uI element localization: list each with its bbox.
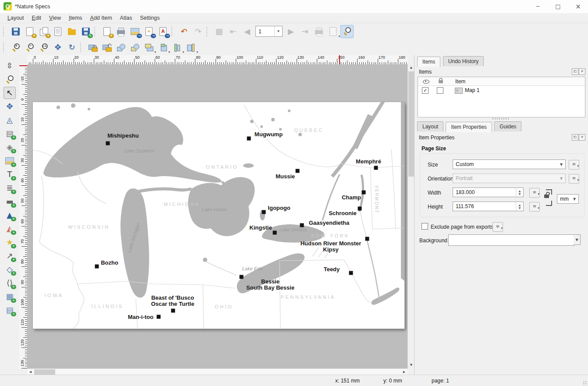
item-row-map1[interactable]: ✓ Map 1 — [418, 86, 585, 96]
resize-grip[interactable] — [583, 381, 587, 385]
select-all-items-button[interactable] — [114, 41, 128, 54]
add-picture-tool[interactable]: + — [4, 155, 16, 167]
map-item[interactable]: ONTARIOQUÉBECMICHIGANWISCONSINNEW YORKVE… — [33, 102, 404, 329]
add-scale-bar-tool[interactable]: ▬+ — [4, 195, 16, 208]
units-combo[interactable]: mm ▼ — [557, 194, 579, 204]
zoom-tool[interactable] — [4, 73, 16, 85]
load-template-button[interactable] — [65, 25, 78, 38]
width-spinbox[interactable]: 183.000 ▲▼ — [453, 188, 524, 197]
tab-undo-history[interactable]: Undo History — [443, 56, 484, 66]
close-panel-icon[interactable]: × — [579, 68, 585, 75]
resize-items-button[interactable]: ▾ — [184, 41, 198, 54]
move-item-content-tool[interactable]: ✥ — [4, 100, 16, 113]
background-color-swatch[interactable] — [448, 234, 574, 246]
menu-atlas[interactable]: Atlas — [116, 14, 136, 22]
export-image-button[interactable]: → — [128, 25, 142, 38]
zoom-in-button[interactable]: + — [9, 41, 22, 54]
atlas-last-feature-button[interactable]: ⇥ — [298, 25, 312, 38]
menu-add-item[interactable]: Add Item — [86, 14, 116, 22]
vertical-scrollbar-thumb[interactable] — [408, 71, 414, 177]
height-override-button[interactable]: ≡ — [529, 202, 540, 212]
export-svg-button[interactable]: ✶→ — [142, 25, 156, 38]
background-color-dropdown[interactable]: ▼ — [574, 234, 581, 245]
distribute-items-button[interactable]: ▾ — [170, 41, 184, 54]
new-layout-button[interactable]: ✦ — [23, 25, 36, 38]
layout-page[interactable]: ONTARIOQUÉBECMICHIGANWISCONSINNEW YORKVE… — [33, 102, 404, 329]
size-combo[interactable]: Custom ▼ — [453, 159, 566, 169]
raise-selected-items-button[interactable]: ▾ — [142, 41, 156, 54]
tab-item-properties[interactable]: Item Properties — [446, 122, 492, 132]
refresh-view-button[interactable]: ↻ — [65, 41, 78, 54]
menu-view[interactable]: View — [45, 14, 65, 22]
add-label-tool[interactable]: T+ — [4, 168, 16, 181]
layout-manager-button[interactable] — [51, 25, 64, 38]
menu-layout[interactable]: Layout — [4, 14, 28, 22]
add-north-arrow-tool[interactable]: ▲+ — [4, 209, 16, 221]
align-selected-items-button[interactable]: ▾ — [156, 41, 170, 54]
add-attribute-table-tool[interactable]: ▦+ — [4, 290, 16, 303]
menu-settings[interactable]: Settings — [136, 14, 163, 22]
exclude-override-button[interactable]: ≡ — [492, 222, 503, 232]
atlas-first-feature-button[interactable]: ⇤ — [227, 25, 240, 38]
print-layout-button[interactable] — [114, 25, 128, 38]
float-panel-icon[interactable]: ◰ — [572, 68, 578, 75]
save-as-template-button[interactable]: ✎ — [79, 25, 92, 38]
print-atlas-button[interactable] — [312, 25, 326, 38]
add-legend-tool[interactable]: ≣+ — [4, 182, 16, 194]
zoom-full-button[interactable]: ✥ — [51, 41, 64, 54]
add-map-tool[interactable]: ▤+ — [4, 127, 16, 140]
close-panel-icon[interactable]: × — [579, 134, 585, 141]
zoom-out-button[interactable]: − — [23, 41, 36, 54]
float-panel-icon[interactable]: ◰ — [572, 134, 578, 141]
size-override-button[interactable]: ≡ — [569, 160, 579, 170]
vertical-scrollbar[interactable]: ▲ ▼ — [407, 64, 414, 368]
select-move-item-tool[interactable]: ↖ — [4, 87, 16, 99]
add-shape-tool[interactable]: ◭+ — [4, 223, 16, 235]
add-3d-map-tool[interactable]: ◈+ — [4, 141, 16, 153]
tab-layout[interactable]: Layout — [417, 121, 443, 131]
orientation-override-button[interactable]: ≡ — [569, 174, 579, 184]
height-spinbox[interactable]: 111.576 ▲▼ — [453, 202, 524, 211]
maximize-button[interactable]: □ — [548, 0, 568, 13]
export-pdf-button[interactable]: A→ — [156, 25, 170, 38]
horizontal-scrollbar-thumb[interactable] — [34, 369, 55, 375]
exclude-page-checkbox[interactable] — [422, 223, 428, 230]
export-atlas-button[interactable]: ▾ — [326, 25, 340, 38]
pan-layout-tool[interactable]: ⇳ — [4, 60, 16, 72]
atlas-previous-feature-button[interactable]: ◀ — [241, 25, 254, 38]
add-node-item-tool[interactable]: ◇+ — [4, 263, 16, 276]
add-pages-button[interactable]: ✦ — [100, 25, 113, 38]
invert-selection-button[interactable] — [128, 41, 142, 54]
add-arrow-tool[interactable]: ↗+ — [4, 250, 16, 262]
zoom-actual-size-button[interactable]: 1:1 — [37, 41, 50, 54]
unlock-ratio-icon[interactable] — [544, 195, 549, 198]
horizontal-scrollbar[interactable]: ◀ ▶ — [27, 368, 407, 375]
spinner-arrows-icon[interactable]: ▲▼ — [516, 202, 523, 211]
preview-atlas-button[interactable]: ▦ — [213, 25, 226, 38]
scroll-up-icon[interactable]: ▲ — [408, 64, 414, 71]
scroll-down-icon[interactable]: ▼ — [408, 362, 414, 368]
atlas-settings-button[interactable] — [340, 25, 354, 38]
spinner-arrows-icon[interactable]: ▲▼ — [516, 188, 523, 197]
layout-canvas[interactable]: ONTARIOQUÉBECMICHIGANWISCONSINNEW YORKVE… — [27, 64, 407, 368]
menu-items[interactable]: Items — [65, 14, 86, 22]
scroll-left-icon[interactable]: ◀ — [27, 369, 34, 375]
tab-guides[interactable]: Guides — [494, 121, 521, 131]
scroll-right-icon[interactable]: ▶ — [401, 369, 407, 375]
redo-button[interactable]: ↷ — [191, 25, 205, 38]
add-marker-tool[interactable]: ★+ — [4, 236, 16, 248]
atlas-next-feature-button[interactable]: ▶ — [284, 25, 298, 38]
lock-checkbox[interactable] — [437, 87, 443, 94]
atlas-feature-combo[interactable]: 1▼ — [255, 26, 283, 37]
dock-splitter[interactable] — [492, 118, 510, 120]
save-project-button[interactable] — [9, 25, 22, 38]
visibility-checkbox[interactable]: ✓ — [422, 87, 429, 94]
add-fixed-table-tool[interactable]: ▤+ — [4, 304, 16, 316]
menu-edit[interactable]: Edit — [28, 14, 46, 22]
edit-nodes-item-tool[interactable]: ◬ — [4, 114, 16, 126]
width-override-button[interactable]: ≡ — [529, 188, 540, 198]
duplicate-layout-button[interactable]: ✦ — [37, 25, 50, 38]
close-button[interactable]: × — [568, 0, 588, 13]
lock-selected-items-button[interactable] — [86, 41, 99, 54]
minimize-button[interactable]: ─ — [528, 0, 548, 13]
